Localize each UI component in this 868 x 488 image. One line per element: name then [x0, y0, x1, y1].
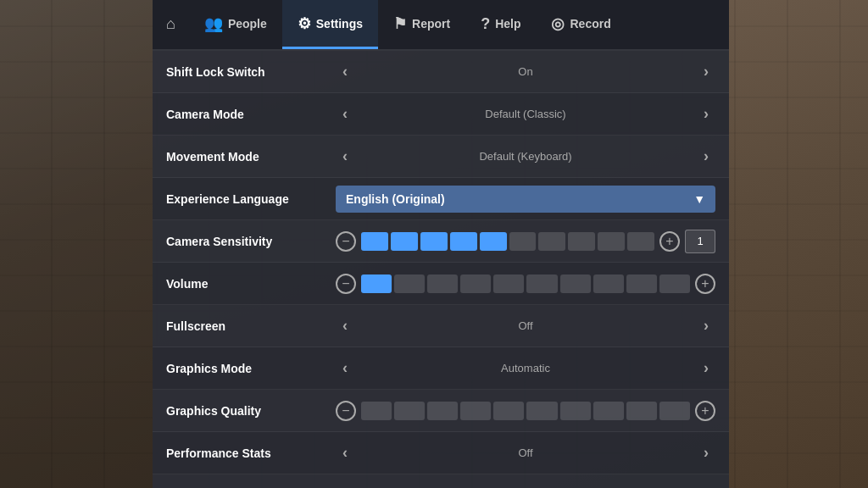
setting-label-camera-mode: Camera Mode — [166, 108, 336, 121]
shift-lock-value: On — [354, 65, 697, 78]
gq-segment-2 — [394, 402, 425, 420]
performance-stats-value: Off — [354, 446, 697, 459]
nav-item-report[interactable]: ⚑ Report — [378, 0, 465, 49]
movement-mode-prev[interactable]: ‹ — [336, 144, 354, 169]
setting-control-camera-sensitivity: − + — [336, 230, 715, 253]
camera-sensitivity-input[interactable] — [685, 230, 715, 253]
segment-10 — [627, 232, 654, 251]
fullscreen-next[interactable]: › — [697, 313, 715, 338]
shift-lock-next[interactable]: › — [697, 59, 715, 84]
camera-mode-prev[interactable]: ‹ — [336, 102, 354, 126]
gq-segment-1 — [361, 402, 392, 420]
segment-7 — [538, 232, 565, 251]
nav-home[interactable]: ⌂ — [153, 0, 189, 49]
gq-segment-8 — [593, 402, 624, 420]
setting-row-movement-mode: Movement Mode ‹ Default (Keyboard) › — [153, 136, 729, 178]
segment-2 — [391, 232, 418, 251]
setting-label-camera-sensitivity: Camera Sensitivity — [166, 235, 336, 248]
movement-mode-value: Default (Keyboard) — [354, 150, 697, 163]
gq-segment-6 — [526, 402, 557, 420]
performance-stats-next[interactable]: › — [697, 441, 715, 465]
setting-row-experience-language: Experience Language English (Original) ▼ — [153, 178, 729, 220]
setting-row-fullscreen: Fullscreen ‹ Off › — [153, 305, 729, 347]
setting-label-graphics-quality: Graphics Quality — [166, 404, 336, 418]
micro-profiler-prev[interactable]: ‹ — [336, 483, 354, 488]
setting-row-volume: Volume − + — [153, 263, 729, 305]
help-icon: ? — [481, 16, 490, 31]
setting-label-volume: Volume — [166, 277, 336, 291]
setting-row-camera-sensitivity: Camera Sensitivity − — [153, 220, 729, 263]
dropdown-arrow-icon: ▼ — [693, 192, 705, 206]
setting-label-experience-language: Experience Language — [166, 192, 336, 206]
vol-segment-7 — [560, 274, 591, 293]
setting-control-graphics-mode: ‹ Automatic › — [336, 356, 715, 380]
graphics-quality-decrease[interactable]: − — [336, 401, 356, 421]
vol-segment-1 — [361, 274, 392, 293]
nav-item-settings[interactable]: ⚙ Settings — [282, 0, 378, 49]
setting-control-volume: − + — [336, 274, 715, 294]
setting-row-graphics-mode: Graphics Mode ‹ Automatic › — [153, 347, 729, 390]
graphics-mode-prev[interactable]: ‹ — [336, 356, 354, 380]
setting-control-performance-stats: ‹ Off › — [336, 441, 715, 465]
vol-segment-9 — [626, 274, 657, 293]
camera-sensitivity-increase[interactable]: + — [659, 231, 680, 252]
segment-3 — [420, 232, 448, 251]
people-icon: 👥 — [204, 16, 223, 31]
graphics-mode-next[interactable]: › — [697, 356, 715, 380]
setting-control-movement-mode: ‹ Default (Keyboard) › — [336, 144, 715, 169]
menu-panel: ⌂ 👥 People ⚙ Settings ⚑ Report ? Help ◎ … — [153, 0, 729, 488]
setting-control-graphics-quality: − + — [336, 401, 715, 421]
volume-decrease[interactable]: − — [336, 274, 356, 294]
nav-label-people: People — [228, 17, 267, 30]
vol-segment-4 — [460, 274, 491, 293]
vol-segment-3 — [427, 274, 458, 293]
fullscreen-prev[interactable]: ‹ — [336, 313, 354, 338]
segment-4 — [450, 232, 477, 251]
gq-segment-10 — [659, 402, 690, 420]
setting-label-graphics-mode: Graphics Mode — [166, 362, 336, 375]
graphics-quality-increase[interactable]: + — [695, 401, 715, 421]
volume-slider — [361, 274, 690, 293]
setting-label-movement-mode: Movement Mode — [166, 150, 336, 164]
vol-segment-8 — [593, 274, 624, 293]
performance-stats-prev[interactable]: ‹ — [336, 441, 354, 465]
camera-sensitivity-slider — [361, 232, 654, 251]
setting-row-graphics-quality: Graphics Quality − — [153, 390, 729, 432]
graphics-quality-slider — [361, 402, 690, 420]
setting-row-performance-stats: Performance Stats ‹ Off › — [153, 432, 729, 474]
setting-row-camera-mode: Camera Mode ‹ Default (Classic) › — [153, 93, 729, 136]
camera-sensitivity-decrease[interactable]: − — [336, 231, 356, 252]
experience-language-dropdown[interactable]: English (Original) ▼ — [336, 186, 715, 213]
settings-content: Shift Lock Switch ‹ On › Camera Mode ‹ D… — [153, 51, 729, 488]
gq-segment-9 — [626, 402, 657, 420]
nav-label-record: Record — [570, 17, 610, 30]
record-icon: ◎ — [551, 16, 565, 31]
setting-control-experience-language: English (Original) ▼ — [336, 186, 715, 213]
report-icon: ⚑ — [393, 16, 407, 31]
setting-control-fullscreen: ‹ Off › — [336, 313, 715, 338]
settings-icon: ⚙ — [298, 16, 311, 31]
setting-control-camera-mode: ‹ Default (Classic) › — [336, 102, 715, 126]
home-icon: ⌂ — [166, 16, 175, 31]
nav-bar: ⌂ 👥 People ⚙ Settings ⚑ Report ? Help ◎ … — [153, 0, 729, 51]
camera-mode-value: Default (Classic) — [354, 108, 697, 120]
shift-lock-prev[interactable]: ‹ — [336, 59, 354, 84]
setting-row-shift-lock: Shift Lock Switch ‹ On › — [153, 51, 729, 93]
fullscreen-value: Off — [354, 319, 697, 332]
camera-mode-next[interactable]: › — [697, 102, 715, 126]
micro-profiler-next[interactable]: › — [697, 483, 715, 488]
volume-increase[interactable]: + — [695, 274, 715, 294]
nav-item-people[interactable]: 👥 People — [189, 0, 282, 49]
gq-segment-4 — [460, 402, 491, 420]
vol-segment-6 — [526, 274, 557, 293]
nav-label-report: Report — [412, 17, 450, 30]
nav-item-record[interactable]: ◎ Record — [536, 0, 626, 49]
segment-8 — [568, 232, 595, 251]
graphics-mode-value: Automatic — [354, 362, 697, 374]
setting-row-micro-profiler: Micro Profiler ‹ Off › — [153, 474, 729, 488]
movement-mode-next[interactable]: › — [697, 144, 715, 169]
setting-label-shift-lock: Shift Lock Switch — [166, 65, 336, 79]
nav-item-help[interactable]: ? Help — [465, 0, 536, 49]
setting-control-shift-lock: ‹ On › — [336, 59, 715, 84]
segment-5 — [480, 232, 507, 251]
